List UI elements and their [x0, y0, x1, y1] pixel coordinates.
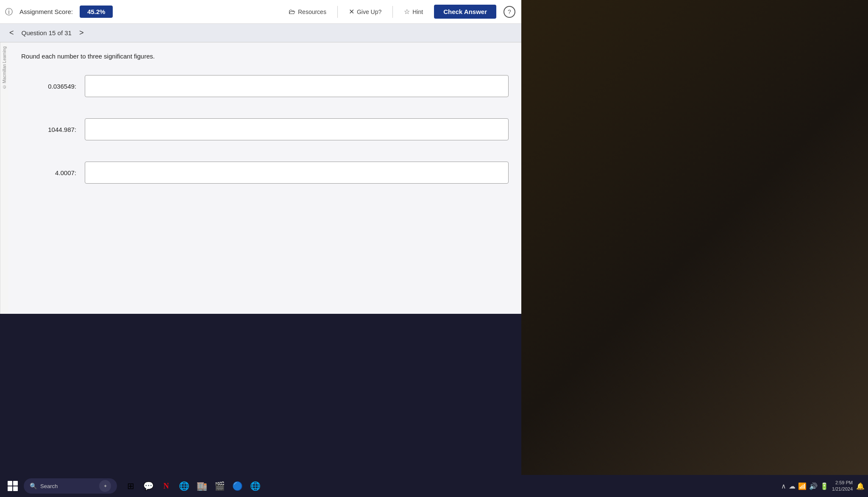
info-icon[interactable]: ⓘ [5, 7, 13, 17]
answer-row-3: 4.0007: [21, 162, 509, 184]
x-icon: ✕ [349, 8, 354, 16]
number-label-1: 0.036549: [21, 83, 76, 90]
top-bar: ⓘ Assignment Score: 45.2% 🗁 Resources ✕ … [0, 0, 521, 24]
cloud-icon: ☁ [789, 482, 796, 490]
question-area: Round each number to three significant f… [8, 42, 521, 314]
battery-icon: 🔋 [820, 482, 829, 490]
score-badge: 45.2% [80, 6, 113, 18]
windows-icon [8, 481, 18, 491]
answer-input-3[interactable] [85, 162, 509, 184]
question-nav-bar: < Question 15 of 31 > [0, 24, 521, 42]
taskbar-search[interactable]: 🔍 Search ✦ [24, 478, 117, 494]
resources-button[interactable]: 🗁 Resources [284, 6, 331, 17]
search-text: Search [40, 483, 58, 489]
answer-row-2: 1044.987: [21, 118, 509, 140]
taskbar-apps: ⊞ 💬 N 🌐 🏬 🎬 🔵 🌐 [122, 477, 779, 494]
assignment-score-label: Assignment Score: [19, 8, 73, 15]
check-answer-button[interactable]: Check Answer [434, 5, 496, 19]
taskbar-app-netflix[interactable]: N [158, 477, 175, 494]
folder-icon: 🗁 [289, 8, 295, 16]
wifi-icon: 📶 [798, 482, 807, 490]
taskbar-app-edge[interactable]: 🌐 [175, 477, 192, 494]
number-label-2: 1044.987: [21, 126, 76, 133]
taskbar: 🔍 Search ✦ ⊞ 💬 N 🌐 🏬 🎬 🔵 🌐 ∧ ☁ 📶 🔊 🔋 2:5… [0, 475, 868, 497]
separator-1 [337, 6, 338, 18]
hint-button[interactable]: ☆ Hint [400, 6, 427, 17]
taskbar-app-disney[interactable]: 🎬 [211, 477, 228, 494]
number-label-3: 4.0007: [21, 169, 76, 176]
watermark: © Macmillan Learning [0, 42, 8, 314]
question-instruction: Round each number to three significant f… [21, 53, 509, 60]
search-extra-icon: ✦ [99, 480, 111, 492]
give-up-button[interactable]: ✕ Give Up? [345, 6, 386, 17]
notification-icon[interactable]: 🔔 [856, 482, 865, 490]
taskbar-right: ∧ ☁ 📶 🔊 🔋 2:59 PM 1/21/2024 🔔 [781, 480, 865, 493]
system-icons: ∧ ☁ 📶 🔊 🔋 [781, 482, 829, 490]
taskbar-app-chrome[interactable]: 🔵 [229, 477, 246, 494]
browser-screen: ? ⓘ Assignment Score: 45.2% 🗁 Resources … [0, 0, 521, 314]
answer-input-2[interactable] [85, 118, 509, 140]
search-icon: 🔍 [30, 483, 37, 489]
volume-icon[interactable]: 🔊 [809, 482, 818, 490]
answer-row-1: 0.036549: [21, 75, 509, 97]
help-icon[interactable]: ? [504, 6, 515, 18]
taskbar-app-grid[interactable]: ⊞ [122, 477, 139, 494]
taskbar-app-chat[interactable]: 💬 [140, 477, 157, 494]
separator-2 [392, 6, 393, 18]
datetime[interactable]: 2:59 PM 1/21/2024 [832, 480, 853, 493]
next-question-button[interactable]: > [77, 28, 86, 38]
time-display: 2:59 PM [835, 480, 853, 486]
main-content: © Macmillan Learning Round each number t… [0, 42, 521, 314]
question-counter: Question 15 of 31 [22, 29, 72, 36]
start-button[interactable] [3, 477, 22, 495]
date-display: 1/21/2024 [832, 486, 853, 492]
chevron-up-icon[interactable]: ∧ [781, 482, 786, 490]
prev-question-button[interactable]: < [7, 28, 17, 38]
hint-icon: ☆ [404, 8, 410, 16]
answer-input-1[interactable] [85, 75, 509, 97]
taskbar-app-store[interactable]: 🏬 [193, 477, 210, 494]
background-right [521, 0, 868, 497]
taskbar-app-chrome2[interactable]: 🌐 [247, 477, 264, 494]
